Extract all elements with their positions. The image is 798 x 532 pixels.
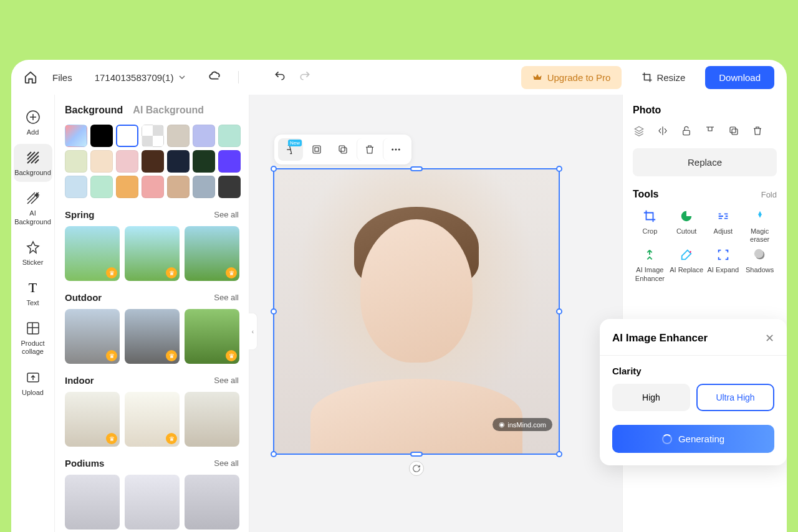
rail-label: Add [27, 128, 39, 136]
resize-label: Resize [656, 72, 685, 83]
tool-shadows[interactable]: Shadows [743, 247, 777, 282]
resize-button[interactable]: Resize [642, 72, 685, 83]
see-all-link[interactable]: See all [214, 210, 239, 219]
tool-ai-expand[interactable]: AI Expand [706, 247, 741, 282]
more-button[interactable] [383, 138, 408, 161]
color-swatch[interactable] [218, 150, 241, 173]
copy-icon[interactable] [728, 125, 740, 137]
background-thumbnail[interactable] [185, 475, 239, 530]
canvas-area[interactable]: ‹ New ◉ insMind.com [249, 95, 622, 532]
color-swatch[interactable] [142, 150, 164, 173]
filename-dropdown[interactable]: 1714013583709(1) [95, 72, 186, 83]
cloud-sync-icon[interactable] [208, 69, 222, 85]
tool-crop[interactable]: Crop [633, 209, 667, 244]
undo-icon[interactable] [274, 70, 286, 85]
color-swatch[interactable] [142, 125, 164, 147]
collapse-panel-button[interactable]: ‹ [249, 313, 257, 350]
color-swatch[interactable] [65, 150, 87, 173]
resize-handle[interactable] [271, 451, 277, 457]
lock-icon[interactable] [680, 125, 693, 137]
frame-button[interactable] [304, 138, 329, 161]
rail-item-text[interactable]: TText [14, 274, 52, 312]
resize-handle[interactable] [556, 166, 562, 172]
generating-button[interactable]: Generating [612, 425, 774, 453]
close-icon[interactable]: ✕ [765, 331, 774, 345]
color-swatch[interactable] [167, 176, 190, 198]
background-thumbnail[interactable] [125, 475, 180, 530]
rail-item-product-collage[interactable]: Product collage [14, 315, 52, 361]
flip-icon[interactable] [656, 125, 669, 137]
color-swatch[interactable] [90, 125, 113, 147]
color-swatch[interactable] [167, 150, 190, 173]
background-thumbnail[interactable]: ♛ [125, 226, 180, 281]
color-swatch[interactable] [116, 125, 138, 147]
color-swatch[interactable] [142, 176, 164, 198]
tool-ai-image-enhancer[interactable]: AI Image Enhancer [633, 247, 667, 282]
tab-ai-background[interactable]: AI Background [133, 105, 204, 116]
duplicate-button[interactable] [330, 138, 355, 161]
see-all-link[interactable]: See all [214, 376, 239, 385]
clarity-ultra-high-button[interactable]: Ultra High [696, 384, 774, 411]
tool-ai-replace[interactable]: AI Replace [670, 247, 704, 282]
clarity-high-button[interactable]: High [612, 384, 690, 411]
resize-handle[interactable] [556, 308, 562, 315]
color-swatch[interactable] [90, 176, 113, 198]
color-swatch[interactable] [218, 176, 241, 198]
resize-handle[interactable] [271, 166, 277, 172]
rail-item-add[interactable]: Add [14, 103, 52, 141]
background-thumbnail[interactable]: ♛ [185, 309, 239, 364]
background-thumbnail[interactable]: ♛ [125, 392, 180, 447]
home-icon[interactable] [24, 70, 37, 84]
see-all-link[interactable]: See all [214, 458, 239, 468]
color-swatch[interactable] [65, 125, 87, 147]
svg-point-9 [398, 149, 400, 151]
ai-tool-button[interactable]: New [278, 138, 303, 161]
download-button[interactable]: Download [705, 66, 774, 89]
tab-background[interactable]: Background [65, 105, 123, 116]
background-thumbnail[interactable] [65, 475, 120, 530]
color-swatch[interactable] [116, 150, 138, 173]
see-all-link[interactable]: See all [214, 293, 239, 302]
tool-adjust[interactable]: Adjust [706, 209, 741, 244]
rail-item-ai-background[interactable]: AI Background [14, 184, 52, 230]
upgrade-to-pro-button[interactable]: Upgrade to Pro [521, 66, 622, 89]
resize-handle[interactable] [410, 166, 423, 171]
layers-icon[interactable] [633, 125, 645, 137]
rail-item-upload[interactable]: Upload [14, 364, 52, 402]
tool-magic-eraser[interactable]: Magic eraser [743, 209, 777, 244]
rotate-button[interactable] [409, 461, 424, 476]
enhancer-title: AI Image Enhancer [612, 332, 708, 344]
color-swatch[interactable] [193, 125, 215, 147]
resize-handle[interactable] [556, 451, 562, 457]
replace-button[interactable]: Replace [633, 148, 777, 176]
grid-icon [24, 320, 42, 337]
background-thumbnail[interactable]: ♛ [125, 309, 180, 364]
rail-item-background[interactable]: Background [14, 144, 52, 182]
color-swatch[interactable] [193, 150, 215, 173]
color-swatch[interactable] [218, 125, 241, 147]
trash-icon[interactable] [751, 125, 764, 137]
svg-point-8 [395, 149, 397, 151]
tool-cutout[interactable]: Cutout [670, 209, 704, 244]
delete-button[interactable] [357, 138, 382, 161]
background-thumbnail[interactable]: ♛ [65, 392, 120, 447]
color-swatch[interactable] [90, 150, 113, 173]
background-thumbnail[interactable]: ♛ [185, 226, 239, 281]
tool-label: Crop [642, 227, 657, 235]
background-thumbnail[interactable]: ♛ [65, 226, 120, 281]
resize-handle[interactable] [410, 452, 423, 457]
files-link[interactable]: Files [52, 72, 72, 83]
color-swatch[interactable] [193, 176, 215, 198]
fold-link[interactable]: Fold [761, 190, 777, 199]
background-thumbnail[interactable]: ♛ [65, 309, 120, 364]
color-swatch[interactable] [167, 125, 190, 147]
resize-handle[interactable] [271, 308, 277, 315]
rail-item-sticker[interactable]: Sticker [14, 234, 52, 272]
tool-label: AI Replace [670, 266, 703, 274]
align-icon[interactable] [704, 125, 716, 137]
redo-icon[interactable] [299, 70, 311, 85]
color-swatch[interactable] [116, 176, 138, 198]
background-thumbnail[interactable] [185, 392, 239, 447]
color-swatch[interactable] [65, 176, 87, 198]
selection-box[interactable]: ◉ insMind.com [273, 168, 560, 455]
